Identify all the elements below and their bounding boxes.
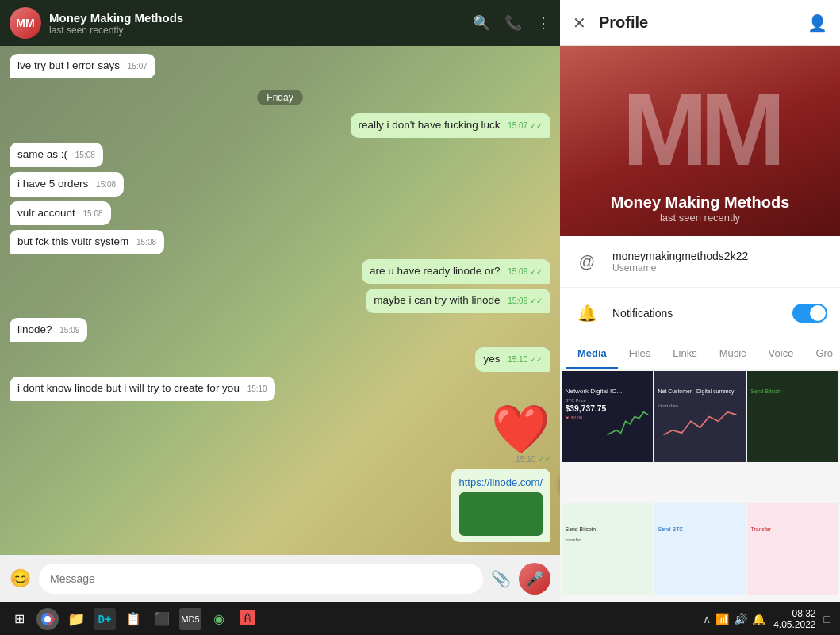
tab-gro[interactable]: Gro — [804, 339, 840, 369]
profile-header: ✕ Profile 👤 — [560, 0, 840, 46]
message-row: vulr account 15:08 — [10, 201, 550, 226]
message-row: are u have ready linode or? 15:09 ✓✓ — [10, 259, 550, 284]
date-divider: Friday — [10, 90, 550, 104]
media-cell: Send Bitcoin transfer — [562, 503, 653, 595]
heart-emoji: ❤️ — [491, 406, 550, 453]
message-time: 15:10 ✓✓ — [508, 355, 543, 364]
notification-bell-icon[interactable]: 🔔 — [752, 613, 765, 625]
media-thumbnail: Net Customer - Digital currency chart da… — [654, 371, 746, 462]
message-time: 15:09 — [59, 326, 79, 335]
tab-media[interactable]: Media — [566, 339, 618, 369]
network-icon[interactable]: ◉ — [208, 608, 230, 630]
svg-point-13 — [44, 616, 51, 622]
message-bubble: same as :( 15:08 — [10, 143, 103, 167]
clock: 08:32 4.05.2022 — [773, 608, 815, 630]
profile-status: last seen recently — [660, 212, 740, 224]
message-row: i have 5 orders 15:08 — [10, 172, 550, 197]
notifications-toggle[interactable] — [792, 304, 827, 323]
chat-group-status: last seen recently — [49, 25, 473, 36]
profile-banner: MM Money Making Methods last seen recent… — [560, 46, 840, 236]
app-icon-4[interactable]: 🅰 — [236, 608, 259, 630]
tray-chevron[interactable]: ∧ — [703, 613, 711, 625]
chat-input-bar: 😊 📎 🎤 — [0, 555, 560, 602]
taskbar-left: ⊞ 📁 D+ 📋 ⬛ MD5 ◉ 🅰 — [0, 602, 560, 635]
chat-panel: MM Money Making Methods last seen recent… — [0, 0, 560, 602]
message-text: same as :( — [17, 148, 67, 160]
message-bubble: really i don't have fucking luck 15:07 ✓… — [351, 113, 551, 138]
media-thumbnail: Send Bitcoin — [747, 371, 838, 462]
message-row: but fck this vultr system 15:08 — [10, 230, 550, 254]
chat-header: MM Money Making Methods last seen recent… — [0, 0, 560, 46]
message-row: same as :( 15:08 — [10, 143, 550, 167]
svg-text:Send Bitcoin: Send Bitcoin — [566, 526, 596, 531]
show-desktop-icon[interactable]: □ — [824, 613, 830, 625]
date-label: Friday — [257, 90, 302, 105]
profile-info-section: @ moneymakingmethods2k22 Username 🔔 Noti… — [560, 236, 840, 339]
bell-icon: 🔔 — [573, 299, 601, 327]
profile-edit-button[interactable]: 👤 — [807, 13, 827, 33]
message-time: 15:07 — [128, 62, 148, 71]
clock-date: 4.05.2022 — [773, 619, 815, 630]
chat-header-icons: 🔍 📞 ⋮ — [473, 14, 550, 32]
message-time: 15:10 — [247, 384, 267, 393]
app-icon-3[interactable]: ⬛ — [151, 608, 173, 630]
profile-panel: ✕ Profile 👤 MM Money Making Methods last… — [560, 0, 840, 635]
chat-messages: ive try but i error says 15:07 Friday re… — [0, 46, 560, 555]
phone-icon[interactable]: 📞 — [504, 14, 522, 32]
message-text: ive try but i error says — [17, 59, 120, 71]
emoji-button[interactable]: 😊 — [10, 568, 31, 589]
message-bubble: linode? 15:09 — [10, 318, 87, 342]
message-bubble: ive try but i error says 15:07 — [10, 54, 155, 78]
md5-icon[interactable]: MD5 — [179, 608, 201, 630]
notifications-content: Notifications — [612, 307, 792, 319]
media-thumbnail: Send Bitcoin transfer — [562, 503, 653, 595]
svg-text:▼ $0.00...: ▼ $0.00... — [566, 415, 587, 420]
message-input[interactable] — [39, 564, 483, 594]
network-tray-icon[interactable]: 📶 — [715, 613, 729, 625]
svg-text:chart data: chart data — [658, 404, 679, 408]
link-text[interactable]: https://linode.com/ — [459, 476, 543, 488]
search-icon[interactable]: 🔍 — [473, 14, 490, 32]
media-thumbnail: Send BTC — [654, 503, 746, 595]
notifications-label: Notifications — [612, 307, 792, 319]
chat-header-info: Money Making Methods last seen recently — [49, 11, 473, 36]
message-text: vulr account — [17, 207, 75, 219]
svg-text:Net Customer - Digital currenc: Net Customer - Digital currency — [658, 388, 735, 395]
explorer-icon[interactable]: 📁 — [65, 608, 87, 630]
message-bubble: but fck this vultr system 15:08 — [10, 230, 164, 254]
media-tabs: Media Files Links Music Voice Gro — [560, 339, 840, 369]
message-time: 15:08 — [83, 209, 103, 218]
message-text: are u have ready linode or? — [370, 265, 500, 277]
chrome-icon[interactable] — [36, 608, 59, 630]
more-options-icon[interactable]: ⋮ — [536, 14, 550, 32]
svg-text:transfer: transfer — [566, 537, 581, 542]
tab-links[interactable]: Links — [662, 339, 708, 369]
message-time: 15:08 — [75, 151, 95, 159]
tab-voice[interactable]: Voice — [758, 339, 805, 369]
media-cell: Net Customer - Digital currency chart da… — [654, 371, 746, 462]
message-row: i dont know linode but i will try to cre… — [10, 377, 550, 401]
message-row: maybe i can try with linode 15:09 ✓✓ — [10, 289, 550, 313]
message-bubble: are u have ready linode or? 15:09 ✓✓ — [362, 259, 550, 284]
username-label: Username — [612, 262, 827, 274]
chat-group-name: Money Making Methods — [49, 11, 473, 25]
message-text: really i don't have fucking luck — [359, 119, 501, 131]
tab-music[interactable]: Music — [708, 339, 758, 369]
close-button[interactable]: ✕ — [573, 13, 586, 33]
media-cell: Network Digital IO... BTC Price $39,737.… — [562, 371, 653, 462]
speaker-icon[interactable]: 🔊 — [734, 613, 747, 625]
username-value: moneymakingmethods2k22 — [612, 250, 827, 262]
svg-text:Send BTC: Send BTC — [658, 526, 684, 531]
start-button[interactable]: ⊞ — [8, 608, 30, 630]
message-text: but fck this vultr system — [17, 235, 128, 247]
message-time: 15:09 ✓✓ — [508, 296, 543, 305]
app-icon-2[interactable]: 📋 — [122, 608, 144, 630]
svg-text:Network Digital IO...: Network Digital IO... — [566, 388, 623, 395]
dev-editor-icon[interactable]: D+ — [94, 608, 116, 630]
message-text: i have 5 orders — [17, 178, 88, 189]
message-bubble: i have 5 orders 15:08 — [10, 172, 124, 197]
mic-button[interactable]: 🎤 — [519, 563, 550, 595]
attach-button[interactable]: 📎 — [491, 569, 511, 588]
username-row: @ moneymakingmethods2k22 Username — [560, 236, 840, 288]
tab-files[interactable]: Files — [618, 339, 662, 369]
